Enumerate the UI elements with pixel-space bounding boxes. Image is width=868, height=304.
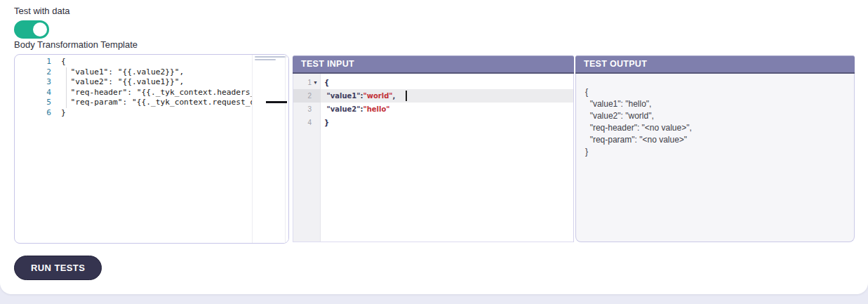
test-output-panel: TEST OUTPUT { "value1": "hello", "value2…	[575, 55, 855, 242]
test-input-header: TEST INPUT	[293, 55, 574, 74]
line-number: 4	[15, 88, 51, 98]
test-output-body: { "value1": "hello", "value2": "world", …	[575, 74, 855, 242]
code-text: "value2": "{{.value1}}",	[61, 77, 184, 88]
test-input-panel: TEST INPUT 1▼{2 "value1":"world",3 "valu…	[293, 55, 574, 242]
code-text: {	[324, 76, 329, 89]
code-text: "value1":"world",	[324, 89, 395, 103]
panel-resize-handle[interactable]	[266, 101, 287, 103]
test-with-data-toggle[interactable]	[14, 20, 49, 39]
test-input-line: 2 "value1":"world",	[293, 89, 573, 103]
line-number: 1	[293, 76, 312, 89]
test-input-lines: 1▼{2 "value1":"world",3 "value2":"hello"…	[293, 76, 573, 129]
fold-caret-icon[interactable]: ▼	[313, 76, 318, 89]
test-input-editor[interactable]: 1▼{2 "value1":"world",3 "value2":"hello"…	[293, 74, 574, 242]
code-cell: {	[321, 76, 573, 89]
line-number-cell: 3	[293, 103, 321, 116]
code-text: }	[324, 116, 329, 129]
template-editor-line: 2 "value1": "{{.value2}}",	[15, 67, 288, 78]
line-number: 3	[293, 103, 312, 116]
template-editor-lines: 1{2 "value1": "{{.value2}}",3 "value2": …	[15, 57, 288, 119]
body-transform-card: Test with data Body Transformation Templ…	[0, 0, 868, 294]
line-number: 3	[15, 77, 51, 88]
code-text: "req-header": "{{._tyk_context.headers_X…	[61, 88, 265, 98]
code-text: "req-param": "{{._tyk_context.request_da…	[61, 98, 265, 108]
code-cell: "value1":"world",	[321, 89, 573, 103]
test-output-header: TEST OUTPUT	[575, 55, 855, 74]
code-text: }	[61, 108, 66, 119]
code-cell: "value2":"hello"	[321, 103, 573, 116]
toggle-knob	[33, 22, 47, 37]
minimap-line	[255, 59, 276, 60]
line-number: 1	[15, 57, 51, 67]
scrollbar-track	[285, 55, 286, 243]
line-number-cell: 2	[293, 89, 321, 103]
test-input-line: 1▼{	[293, 76, 573, 89]
test-input-line: 4}	[293, 116, 573, 129]
indent-guide	[66, 67, 67, 108]
code-text: "value1": "{{.value2}}",	[61, 67, 184, 78]
template-editor-line: 1{	[15, 57, 288, 67]
line-number: 2	[293, 89, 312, 103]
line-number: 2	[15, 67, 51, 78]
test-output-result: { "value1": "hello", "value2": "world", …	[585, 86, 692, 158]
test-with-data-label: Test with data	[14, 6, 70, 16]
text-cursor	[406, 91, 407, 101]
template-code-editor[interactable]: 1{2 "value1": "{{.value2}}",3 "value2": …	[14, 54, 289, 244]
line-number-cell: 1▼	[293, 76, 321, 89]
code-cell: }	[321, 116, 573, 129]
code-text: {	[61, 57, 66, 67]
line-number: 6	[15, 108, 51, 119]
template-section-label: Body Transformation Template	[14, 39, 138, 50]
test-input-line: 3 "value2":"hello"	[293, 103, 573, 116]
template-editor-line: 4 "req-header": "{{._tyk_context.headers…	[15, 88, 288, 98]
line-number-cell: 4	[293, 116, 321, 129]
minimap-line	[255, 56, 286, 58]
minimap[interactable]	[252, 55, 289, 243]
template-editor-line: 6}	[15, 108, 288, 119]
line-number: 5	[15, 98, 51, 108]
template-editor-line: 5 "req-param": "{{._tyk_context.request_…	[15, 98, 288, 108]
code-text: "value2":"hello"	[324, 103, 390, 116]
line-number: 4	[293, 116, 312, 129]
run-tests-button[interactable]: RUN TESTS	[14, 256, 102, 280]
template-editor-line: 3 "value2": "{{.value1}}",	[15, 77, 288, 88]
